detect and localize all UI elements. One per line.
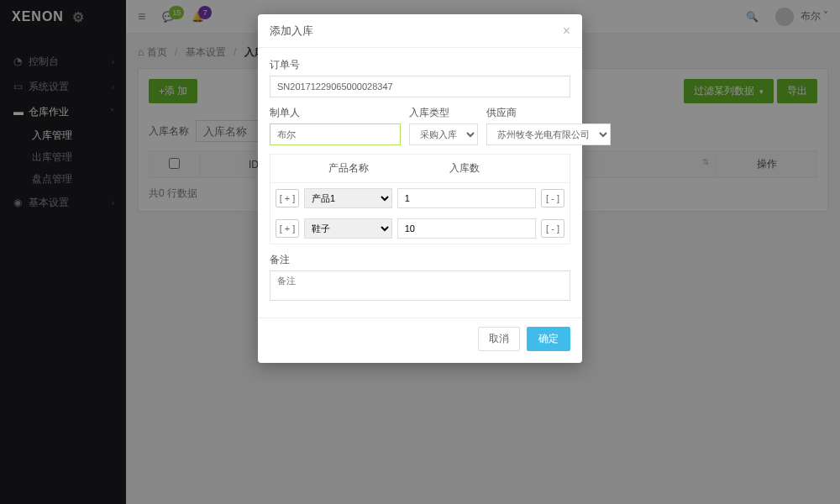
products-head: 产品名称 入库数	[270, 155, 570, 183]
add-inbound-modal: 添加入库 × 订单号 制单人 入库类型 采购入库 供应商 苏州牧冬光电有限公司	[258, 14, 582, 363]
remark-textarea[interactable]	[270, 270, 570, 301]
add-row-button[interactable]: [ + ]	[276, 189, 299, 207]
product-select[interactable]: 鞋子	[304, 218, 392, 239]
product-row: [ + ] 产品1 [ - ]	[270, 183, 570, 213]
products-table: 产品名称 入库数 [ + ] 产品1 [ - ] [ + ] 鞋子 [ - ]	[270, 154, 570, 244]
modal-header: 添加入库 ×	[258, 14, 582, 48]
remove-row-button[interactable]: [ - ]	[541, 219, 564, 238]
modal-footer: 取消 确定	[258, 318, 582, 363]
th-qty: 入库数	[393, 155, 536, 182]
order-no-label: 订单号	[270, 58, 570, 72]
remark-label: 备注	[270, 253, 570, 267]
supplier-label: 供应商	[486, 106, 611, 120]
product-row: [ + ] 鞋子 [ - ]	[270, 213, 570, 244]
modal-title: 添加入库	[270, 24, 313, 39]
modal-body: 订单号 制单人 入库类型 采购入库 供应商 苏州牧冬光电有限公司 产品名称 入库	[258, 48, 582, 312]
add-row-button[interactable]: [ + ]	[276, 219, 299, 238]
ok-button[interactable]: 确定	[527, 327, 570, 351]
order-no-input[interactable]	[270, 76, 570, 97]
close-icon[interactable]: ×	[563, 24, 570, 39]
qty-input[interactable]	[397, 188, 536, 208]
qty-input[interactable]	[397, 218, 536, 239]
maker-input[interactable]	[270, 123, 401, 145]
cancel-button[interactable]: 取消	[478, 327, 520, 351]
th-product-name: 产品名称	[304, 155, 393, 182]
supplier-select[interactable]: 苏州牧冬光电有限公司	[486, 123, 611, 145]
type-label: 入库类型	[409, 106, 478, 120]
product-select[interactable]: 产品1	[304, 188, 392, 208]
remove-row-button[interactable]: [ - ]	[541, 189, 564, 207]
maker-label: 制单人	[270, 106, 401, 120]
type-select[interactable]: 采购入库	[409, 123, 478, 145]
